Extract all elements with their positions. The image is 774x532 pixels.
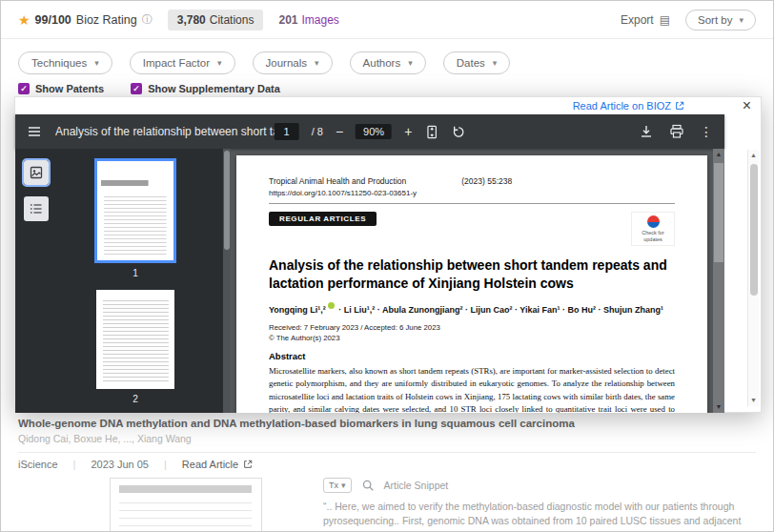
info-icon[interactable]: ⓘ (142, 12, 153, 27)
tx-dropdown[interactable]: Tx ▾ (323, 478, 352, 493)
doi-link[interactable]: https://doi.org/10.1007/s11250-023-03651… (269, 189, 675, 197)
rotate-icon[interactable] (451, 125, 465, 139)
abstract-text: Microsatellite markers, also known as sh… (269, 365, 675, 413)
received-accepted: Received: 7 February 2023 / Accepted: 6 … (269, 323, 675, 332)
export-label: Export (621, 13, 654, 27)
scroll-down-icon[interactable]: ▼ (750, 395, 757, 406)
scrollbar-thumb[interactable] (714, 163, 723, 262)
zoom-level[interactable]: 90% (356, 124, 392, 139)
outline-view-button[interactable] (24, 196, 49, 221)
authors-rest: · Li Liu¹,² · Abula Zunongjiang² · Lijun… (336, 305, 663, 315)
read-article-label: Read Article (182, 459, 238, 470)
separator: | (73, 459, 76, 470)
crossmark-icon (647, 215, 660, 228)
export-button[interactable]: Export ▤ (621, 13, 670, 27)
snippet-label: Article Snippet (384, 480, 449, 491)
search-icon[interactable] (361, 479, 375, 492)
download-icon[interactable] (639, 124, 654, 139)
chevron-down-icon: ▾ (315, 58, 319, 68)
tab-citations[interactable]: 3,780 Citations (168, 10, 264, 31)
more-vertical-icon[interactable]: ⋮ (700, 124, 713, 139)
outline-icon (29, 201, 44, 216)
thumbnail-label: 1 (132, 268, 138, 278)
sidebar-view-toggles (24, 160, 49, 221)
pdf-actions: ⋮ (639, 124, 713, 139)
filter-techniques[interactable]: Techniques ▾ (18, 51, 112, 74)
page-thumbnail-2[interactable] (96, 290, 174, 389)
results-header: ★ 99/100 Bioz Rating ⓘ 3,780 Citations 2… (1, 1, 773, 39)
zoom-out-icon[interactable]: − (336, 124, 343, 139)
snippet-column: Tx ▾ Article Snippet “.. Here, we aimed … (323, 478, 756, 532)
page-thumbnail-1[interactable] (94, 158, 176, 263)
journal-header: Tropical Animal Health and Production (2… (269, 176, 675, 186)
result-meta: iScience | 2023 Jun 05 | Read Article (18, 459, 756, 470)
copyright: © The Author(s) 2023 (269, 334, 675, 342)
snippet-text: “.. Here, we aimed to verify the methyla… (323, 500, 756, 532)
external-link-icon (243, 460, 253, 469)
rating-label: Bioz Rating (76, 13, 137, 27)
thumbnails-view-button[interactable] (24, 160, 49, 185)
filter-authors[interactable]: Authors ▾ (350, 51, 426, 74)
pdf-controls: 1 / 8 − 90% + (275, 123, 466, 140)
filter-bar: Techniques ▾ Impact Factor ▾ Journals ▾ … (18, 51, 510, 74)
crossmark-label: Check for updates (633, 230, 673, 242)
result-title[interactable]: Whole-genome DNA methylation and DNA met… (18, 418, 756, 429)
abstract-heading: Abstract (269, 351, 675, 361)
filter-label: Impact Factor (143, 57, 210, 69)
page-count: / 8 (312, 126, 323, 137)
filter-journals[interactable]: Journals ▾ (253, 51, 333, 74)
zoom-in-icon[interactable]: + (404, 124, 412, 139)
toggle-show-patents[interactable]: ✓ Show Patents (18, 83, 104, 94)
journal-name: Tropical Animal Health and Production (269, 176, 406, 186)
snippet-toolbar: Tx ▾ Article Snippet (323, 478, 756, 493)
result-date: 2023 Jun 05 (91, 459, 149, 470)
toggle-show-supplementary-data[interactable]: ✓ Show Supplementary Data (131, 83, 280, 94)
read-article-on-bioz-label: Read Article on BIOZ (573, 100, 671, 112)
section-badge: REGULAR ARTICLES (269, 212, 377, 226)
scroll-down-icon[interactable]: ▼ (716, 401, 723, 413)
read-article-on-bioz-link[interactable]: Read Article on BIOZ (573, 100, 684, 112)
result-authors: Qidong Cai, Boxue He, ..., Xiang Wang (18, 433, 756, 444)
section-row: REGULAR ARTICLES Check for updates (269, 212, 675, 246)
fit-page-icon[interactable] (424, 125, 438, 139)
thumbnail-label: 2 (132, 394, 138, 404)
author-first: Yongqing Li¹,² (269, 305, 326, 315)
scrollbar-thumb[interactable] (750, 164, 758, 296)
close-icon[interactable]: × (743, 97, 751, 114)
print-icon[interactable] (669, 124, 684, 139)
bioz-rating: ★ 99/100 Bioz Rating ⓘ (18, 12, 153, 28)
chevron-down-icon: ▾ (217, 58, 222, 68)
page-number-input[interactable]: 1 (275, 123, 299, 140)
external-link-icon (675, 101, 684, 111)
header-actions: Export ▤ Sort by ▾ (621, 10, 756, 31)
modal-scrollbar[interactable]: ▲ ▼ (747, 150, 759, 406)
result-item: Whole-genome DNA methylation and DNA met… (1, 415, 773, 532)
rating-score: 99/100 (35, 13, 71, 27)
read-article-link[interactable]: Read Article (182, 459, 253, 470)
menu-icon[interactable] (27, 124, 42, 139)
citations-count: 3,780 (177, 13, 206, 27)
citations-label: Citations (210, 13, 255, 27)
article-figure-thumbnail[interactable] (110, 478, 262, 532)
chevron-down-icon: ▾ (94, 58, 99, 68)
pdf-sidebar: 1 2 (15, 149, 231, 413)
sort-by-button[interactable]: Sort by ▾ (685, 10, 756, 31)
snippet-part: “.. Here, we aimed to verify the methyla… (323, 501, 741, 532)
scrollbar-thumb[interactable] (224, 151, 230, 250)
page-thumbnails: 1 2 (55, 158, 215, 416)
crossmark-badge[interactable]: Check for updates (631, 212, 675, 246)
scroll-up-icon[interactable]: ▲ (716, 149, 723, 160)
orcid-icon[interactable] (328, 302, 335, 309)
pdf-scrollbar[interactable]: ▲ ▼ (713, 149, 724, 413)
scroll-up-icon[interactable]: ▲ (750, 150, 757, 161)
article-authors: Yongqing Li¹,² · Li Liu¹,² · Abula Zunon… (269, 302, 675, 315)
sidebar-scrollbar[interactable] (223, 149, 231, 413)
tab-images[interactable]: 201 Images (278, 13, 338, 27)
toggle-label: Show Patents (35, 83, 104, 94)
filter-impact-factor[interactable]: Impact Factor ▾ (130, 51, 235, 74)
journal-issue: (2023) 55:238 (461, 176, 512, 186)
thumbnails-icon (29, 165, 44, 180)
result-journal: iScience (18, 459, 58, 470)
filter-dates[interactable]: Dates ▾ (443, 51, 511, 74)
filter-label: Authors (363, 57, 401, 69)
